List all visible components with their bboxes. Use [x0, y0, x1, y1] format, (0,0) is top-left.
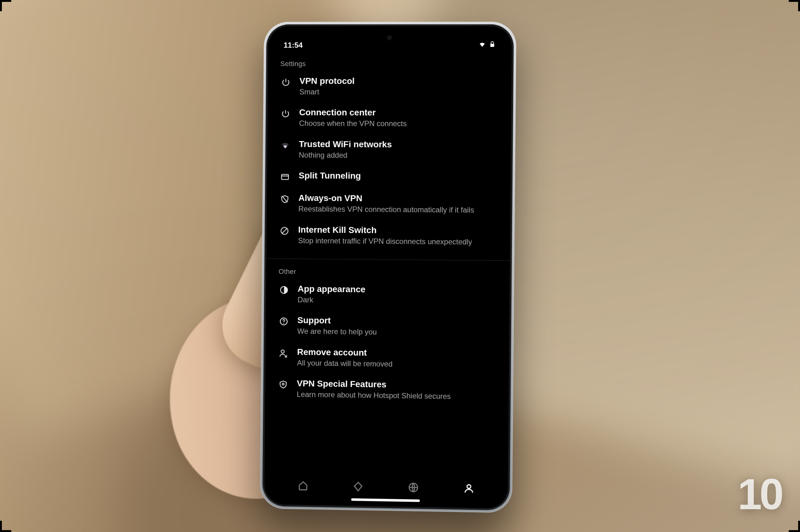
svg-point-6 — [282, 383, 284, 385]
section-label-other: Other — [276, 261, 499, 281]
setting-split-tunneling[interactable]: Split Tunneling — [277, 166, 500, 189]
setting-sub: Smart — [299, 87, 499, 97]
svg-point-4 — [284, 323, 284, 324]
setting-title: Support — [297, 315, 496, 328]
blocked-icon — [279, 225, 290, 236]
lock-status-icon — [488, 41, 496, 50]
setting-remove-account[interactable]: Remove account All your data will be rem… — [276, 342, 498, 376]
svg-point-8 — [467, 484, 471, 488]
setting-title: Split Tunneling — [299, 170, 498, 182]
section-divider — [266, 259, 510, 261]
settings-content: Settings VPN protocol Smart — [265, 54, 512, 474]
setting-title: VPN Special Features — [297, 378, 496, 391]
watermark: 10 — [738, 469, 781, 519]
crop-tick — [0, 521, 2, 532]
status-time: 11:54 — [284, 41, 303, 50]
setting-support[interactable]: Support We are here to help you — [276, 310, 499, 344]
setting-title: Connection center — [299, 107, 498, 119]
phone-frame: 11:54 Settings — [260, 22, 516, 513]
front-camera — [386, 35, 392, 41]
crop-tick — [0, 0, 2, 11]
setting-special-features[interactable]: VPN Special Features Learn more about ho… — [276, 374, 498, 408]
setting-trusted-wifi[interactable]: Trusted WiFi networks Nothing added — [277, 134, 500, 167]
crop-tick — [798, 0, 800, 11]
setting-title: Remove account — [297, 346, 496, 360]
user-remove-icon — [278, 347, 289, 359]
setting-title: Trusted WiFi networks — [299, 139, 498, 151]
setting-sub: All your data will be removed — [297, 358, 496, 370]
shield-off-icon — [279, 194, 290, 205]
shield-icon — [277, 379, 289, 390]
setting-kill-switch[interactable]: Internet Kill Switch Stop internet traff… — [277, 220, 499, 253]
svg-rect-0 — [281, 174, 288, 179]
setting-title: Always-on VPN — [298, 192, 498, 205]
nav-premium[interactable] — [350, 479, 365, 494]
bottom-nav — [264, 470, 508, 509]
power-icon — [280, 108, 291, 119]
setting-sub: We are here to help you — [297, 326, 496, 339]
nav-home[interactable] — [295, 478, 310, 493]
setting-sub: Reestablishes VPN connection automatical… — [298, 204, 498, 215]
wifi-icon — [280, 139, 291, 151]
section-label-settings: Settings — [278, 54, 501, 72]
setting-sub: Nothing added — [299, 150, 498, 161]
setting-appearance[interactable]: App appearance Dark — [276, 279, 499, 312]
nav-browse[interactable] — [406, 480, 421, 495]
card-icon — [279, 171, 291, 182]
nav-account[interactable] — [461, 481, 476, 496]
svg-point-5 — [281, 350, 284, 353]
power-icon — [280, 76, 292, 88]
setting-sub: Learn more about how Hotspot Shield secu… — [296, 389, 496, 402]
crop-tick — [798, 521, 800, 532]
setting-title: App appearance — [297, 283, 497, 296]
contrast-icon — [278, 284, 290, 296]
setting-vpn-protocol[interactable]: VPN protocol Smart — [278, 71, 501, 103]
setting-title: Internet Kill Switch — [298, 224, 497, 237]
setting-always-on-vpn[interactable]: Always-on VPN Reestablishes VPN connecti… — [277, 188, 500, 221]
help-icon — [278, 316, 289, 327]
setting-connection-center[interactable]: Connection center Choose when the VPN co… — [278, 102, 501, 135]
setting-sub: Dark — [297, 295, 497, 307]
phone-screen: 11:54 Settings — [264, 26, 512, 509]
wifi-status-icon — [478, 41, 486, 50]
setting-title: VPN protocol — [299, 76, 499, 87]
setting-sub: Choose when the VPN connects — [299, 118, 498, 129]
setting-sub: Stop internet traffic if VPN disconnects… — [298, 235, 497, 247]
